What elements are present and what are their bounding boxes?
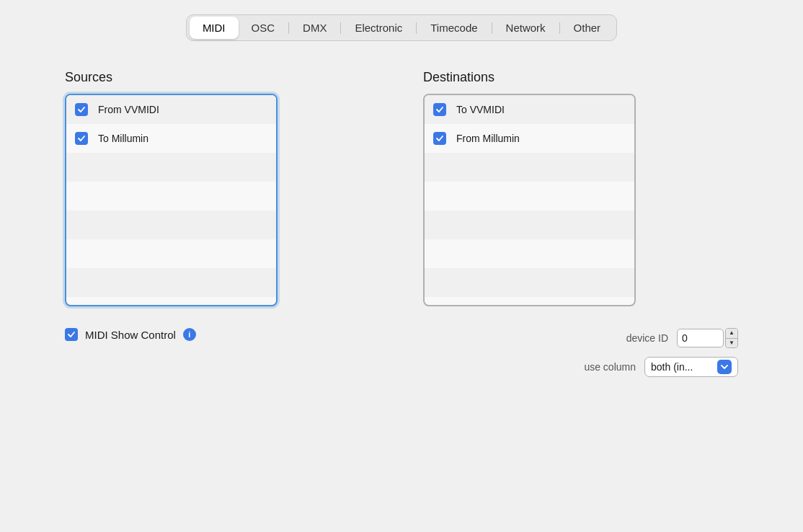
empty-row xyxy=(425,210,634,239)
empty-row xyxy=(66,182,276,210)
midi-show-control-checkbox[interactable] xyxy=(65,328,78,341)
device-id-input[interactable] xyxy=(677,329,724,347)
destinations-list[interactable]: To VVMIDI From Millumin xyxy=(423,94,636,306)
midi-show-control-section: MIDI Show Control i xyxy=(65,328,380,341)
tab-sep-3 xyxy=(340,22,341,34)
main-content: Sources From VVMIDI To Millumin xyxy=(22,70,781,306)
device-settings-section: device ID ▲ ▼ use column both (in... xyxy=(423,328,738,377)
empty-row xyxy=(66,268,276,297)
empty-row xyxy=(66,210,276,239)
device-id-stepper-down[interactable]: ▼ xyxy=(726,339,737,348)
source-item-0-label: From VVMIDI xyxy=(98,104,159,115)
tab-other[interactable]: Other xyxy=(561,17,614,39)
list-item[interactable]: To VVMIDI xyxy=(425,95,634,124)
bottom-section: MIDI Show Control i device ID ▲ ▼ use co… xyxy=(22,328,781,377)
use-column-dropdown[interactable]: both (in... xyxy=(644,357,738,377)
empty-row xyxy=(66,239,276,268)
tab-network[interactable]: Network xyxy=(493,17,559,39)
empty-row xyxy=(425,239,634,268)
dest-item-0-label: To VVMIDI xyxy=(456,104,505,115)
destinations-panel: Destinations To VVMIDI From Millumin xyxy=(423,70,738,306)
tab-midi[interactable]: MIDI xyxy=(190,17,239,39)
dest-item-1-label: From Millumin xyxy=(456,133,520,144)
sources-title: Sources xyxy=(65,70,380,85)
use-column-label: use column xyxy=(584,361,636,373)
tab-timecode[interactable]: Timecode xyxy=(417,17,490,39)
tab-sep-4 xyxy=(416,22,417,34)
list-item[interactable]: From Millumin xyxy=(425,124,634,153)
use-column-arrow-icon xyxy=(717,360,732,374)
source-item-0-checkbox[interactable] xyxy=(75,103,88,116)
tab-electronic[interactable]: Electronic xyxy=(342,17,415,39)
use-column-value: both (in... xyxy=(651,361,711,373)
dest-item-1-checkbox[interactable] xyxy=(433,132,446,145)
tab-osc[interactable]: OSC xyxy=(239,17,288,39)
midi-show-control-label: MIDI Show Control xyxy=(85,329,176,341)
tab-sep-6 xyxy=(559,22,560,34)
dest-item-0-checkbox[interactable] xyxy=(433,103,446,116)
tab-bar: MIDI OSC DMX Electronic Timecode Network… xyxy=(186,14,617,41)
source-item-1-checkbox[interactable] xyxy=(75,132,88,145)
device-id-field-group: ▲ ▼ xyxy=(677,328,738,348)
device-id-stepper[interactable]: ▲ ▼ xyxy=(725,328,738,348)
source-item-1-label: To Millumin xyxy=(98,133,148,144)
destinations-title: Destinations xyxy=(423,70,738,85)
use-column-row: use column both (in... xyxy=(423,357,738,377)
sources-panel: Sources From VVMIDI To Millumin xyxy=(65,70,380,306)
tab-sep-2 xyxy=(288,22,289,34)
empty-row xyxy=(425,153,634,182)
empty-row xyxy=(425,268,634,297)
list-item[interactable]: From VVMIDI xyxy=(66,95,276,124)
device-id-row: device ID ▲ ▼ xyxy=(423,328,738,348)
list-item[interactable]: To Millumin xyxy=(66,124,276,153)
tab-sep-5 xyxy=(492,22,492,34)
empty-row xyxy=(66,153,276,182)
device-id-stepper-up[interactable]: ▲ xyxy=(726,329,737,339)
info-icon[interactable]: i xyxy=(183,328,196,341)
sources-list[interactable]: From VVMIDI To Millumin xyxy=(65,94,278,306)
tab-dmx[interactable]: DMX xyxy=(290,17,340,39)
device-id-label: device ID xyxy=(626,332,668,344)
empty-row xyxy=(425,182,634,210)
